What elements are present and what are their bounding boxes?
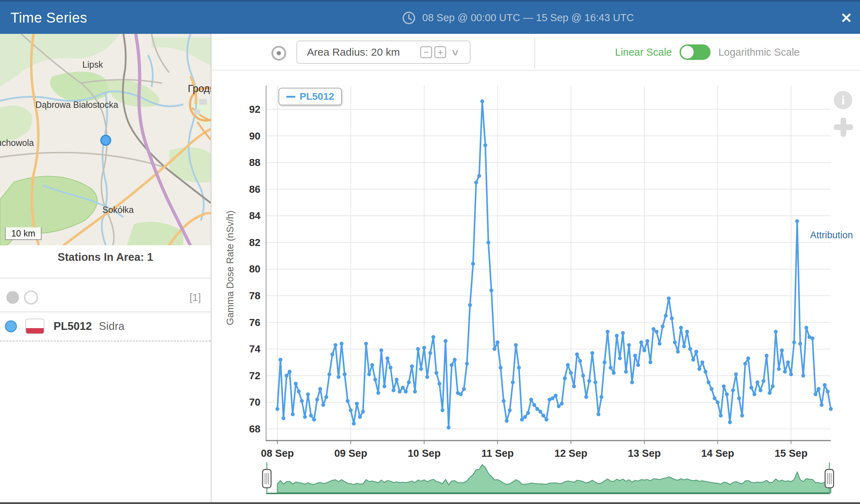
poland-flag-icon (25, 319, 44, 334)
add-icon[interactable] (834, 118, 853, 137)
station-map-marker[interactable] (101, 135, 111, 145)
radius-increase-button[interactable]: + (434, 46, 446, 58)
y-axis-tick-label: 82 (249, 237, 260, 248)
y-axis-tick-label: 84 (249, 210, 260, 221)
y-axis-title: Gamma Dose Rate (nSv/h) (225, 210, 235, 325)
close-button[interactable]: ✕ (840, 2, 852, 34)
x-axis-tick-label: 11 Sep (481, 448, 514, 459)
time-range-group: 08 Sep @ 00:00 UTC — 15 Sep @ 16:43 UTC (402, 2, 634, 34)
logarithmic-scale-label: Logarithmic Scale (718, 47, 800, 58)
y-axis-tick-label: 80 (249, 263, 260, 275)
station-filter-row: [1] (0, 285, 211, 310)
y-axis-tick-label: 90 (249, 130, 260, 142)
x-axis-tick-label: 08 Sep (261, 448, 294, 459)
dialog-header: Time Series 08 Sep @ 00:00 UTC — 15 Sep … (0, 0, 860, 34)
divider (0, 312, 211, 312)
map-place-label: Гродн (188, 83, 211, 94)
clock-icon (402, 11, 416, 25)
y-axis-tick-label: 70 (249, 397, 260, 408)
filter-circle-filled-icon[interactable] (6, 291, 19, 304)
station-name: Sidra (99, 320, 124, 333)
info-icon[interactable]: i (834, 91, 852, 109)
divider (0, 278, 211, 278)
x-axis-tick-label: 09 Sep (334, 448, 367, 459)
timeseries-chart[interactable]: 6870727476788082848688909208 Sep09 Sep10… (211, 70, 860, 504)
mini-map[interactable]: LipskDąbrowa BiałostockaSuchowolaГроднSo… (0, 34, 211, 245)
linear-scale-label: Linear Scale (615, 47, 672, 58)
x-axis-tick-label: 13 Sep (628, 448, 661, 459)
y-axis-tick-label: 74 (249, 343, 260, 355)
dashed-divider (0, 340, 211, 342)
target-radius-icon[interactable] (271, 46, 286, 61)
area-radius-control[interactable]: Area Radius: 20 km − + ∨ (296, 41, 471, 64)
y-axis-tick-label: 92 (249, 104, 260, 115)
area-radius-label: Area Radius: 20 km (307, 46, 400, 58)
toolbar-divider (534, 38, 535, 68)
x-axis-tick-label: 14 Sep (701, 448, 734, 459)
toggle-knob (681, 46, 694, 59)
station-code: PL5012 (54, 320, 92, 333)
scale-toggle-switch[interactable] (680, 44, 711, 60)
chevron-down-icon[interactable]: ∨ (451, 47, 460, 58)
x-axis-tick-label: 15 Sep (775, 448, 808, 459)
y-axis-tick-label: 76 (249, 317, 260, 328)
station-color-dot-icon (5, 320, 17, 332)
map-place-label: Dąbrowa Białostocka (36, 100, 118, 110)
navigator-left-handle[interactable] (263, 469, 271, 488)
map-scale-bar: 10 km (5, 227, 42, 240)
y-axis-tick-label: 72 (249, 370, 260, 381)
chart-legend[interactable]: PL5012 (278, 88, 342, 105)
series-markers (276, 99, 833, 430)
radius-decrease-button[interactable]: − (420, 46, 432, 58)
filter-circle-outline-icon[interactable] (24, 290, 38, 305)
map-place-label: Suchowola (0, 138, 34, 148)
map-place-label: Sokółka (103, 205, 134, 215)
y-axis-tick-label: 78 (249, 290, 260, 301)
stations-in-area-header: Stations In Area: 1 (0, 251, 211, 264)
time-range-text: 08 Sep @ 00:00 UTC — 15 Sep @ 16:43 UTC (422, 12, 634, 24)
y-axis-tick-label: 86 (249, 184, 260, 195)
page-title: Time Series (11, 2, 87, 34)
station-count-badge: [1] (190, 292, 201, 303)
navigator-area[interactable] (277, 465, 831, 493)
map-place-label: Lipsk (82, 60, 103, 69)
legend-series-label: PL5012 (300, 91, 334, 102)
station-list-item[interactable]: PL5012 Sidra (0, 313, 211, 340)
x-axis-tick-label: 12 Sep (554, 448, 588, 459)
scale-toggle-group: Linear Scale Logarithmic Scale (615, 41, 800, 64)
window-bottom-border (0, 502, 860, 504)
chart-gridlines (266, 86, 831, 441)
legend-line-icon (286, 96, 295, 98)
map-scale-text: 10 km (11, 228, 35, 239)
navigator-right-handle[interactable] (825, 469, 834, 488)
x-axis-tick-label: 10 Sep (408, 448, 441, 459)
series-line (277, 101, 831, 428)
y-axis-tick-label: 88 (249, 157, 260, 168)
y-axis-tick-label: 68 (249, 423, 260, 435)
